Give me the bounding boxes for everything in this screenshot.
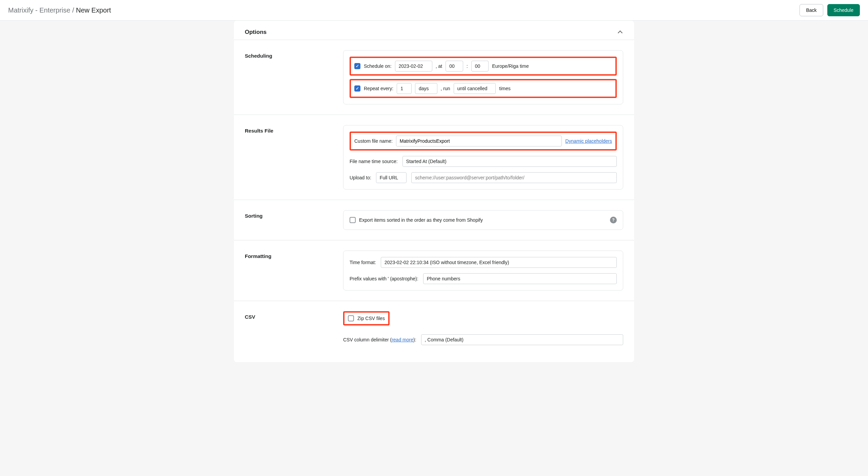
scheduling-card: Schedule on: 2023-02-02 , at 00 : 00 Eur… — [343, 50, 623, 104]
schedule-button[interactable]: Schedule — [827, 4, 860, 16]
delimiter-label: CSV column delimiter (read more): — [343, 337, 416, 342]
section-formatting: Formatting Time format: 2023-02-02 22:10… — [234, 240, 634, 301]
section-scheduling: Scheduling Schedule on: 2023-02-02 , at … — [234, 40, 634, 115]
back-button[interactable]: Back — [800, 4, 823, 16]
options-header: Options — [234, 29, 634, 40]
schedule-date-input[interactable]: 2023-02-02 — [395, 61, 432, 72]
schedule-on-checkbox[interactable] — [354, 63, 360, 69]
export-sorted-label: Export items sorted in the order as they… — [359, 217, 483, 223]
csv-title: CSV — [245, 311, 343, 345]
help-icon[interactable]: ? — [610, 217, 617, 223]
results-title: Results File — [245, 125, 343, 190]
repeat-value-select[interactable]: 1 — [397, 83, 412, 94]
csv-card: Zip CSV files CSV column delimiter (read… — [343, 311, 623, 345]
prefix-select[interactable]: Phone numbers — [423, 273, 617, 284]
dynamic-placeholders-link[interactable]: Dynamic placeholders — [565, 138, 612, 144]
times-label: times — [499, 86, 510, 91]
breadcrumb: Matrixify - Enterprise / New Export — [8, 6, 111, 14]
formatting-title: Formatting — [245, 251, 343, 291]
time-colon: : — [467, 63, 468, 69]
breadcrumb-current: New Export — [76, 6, 111, 14]
upload-type-select[interactable]: Full URL — [376, 172, 407, 183]
content-panel: Options Scheduling Schedule on: 2023-02-… — [234, 21, 634, 362]
custom-filename-label: Custom file name: — [354, 138, 393, 144]
results-card: Custom file name: Dynamic placeholders F… — [343, 125, 623, 190]
sorting-card: Export items sorted in the order as they… — [343, 210, 623, 230]
top-bar: Matrixify - Enterprise / New Export Back… — [0, 0, 868, 21]
options-title: Options — [245, 29, 267, 36]
custom-filename-input[interactable] — [396, 136, 562, 146]
minute-select[interactable]: 00 — [471, 61, 489, 72]
formatting-card: Time format: 2023-02-02 22:10:34 (ISO wi… — [343, 251, 623, 291]
run-until-select[interactable]: until cancelled — [454, 83, 496, 94]
time-format-select[interactable]: 2023-02-02 22:10:34 (ISO without timezon… — [381, 257, 617, 268]
chevron-up-icon[interactable] — [618, 30, 623, 35]
zip-csv-checkbox[interactable] — [348, 315, 354, 321]
export-sorted-checkbox[interactable] — [350, 217, 356, 223]
section-results-file: Results File Custom file name: Dynamic p… — [234, 115, 634, 200]
repeat-label: Repeat every: — [364, 86, 393, 91]
scheduling-title: Scheduling — [245, 50, 343, 104]
time-source-label: File name time source: — [350, 159, 398, 164]
custom-filename-row: Custom file name: Dynamic placeholders — [350, 132, 617, 151]
upload-url-input[interactable] — [411, 172, 617, 183]
run-label: , run — [441, 86, 450, 91]
schedule-on-row: Schedule on: 2023-02-02 , at 00 : 00 Eur… — [350, 57, 617, 76]
section-csv: CSV Zip CSV files CSV column delimiter (… — [234, 301, 634, 349]
zip-csv-label: Zip CSV files — [357, 316, 385, 321]
header-actions: Back Schedule — [800, 4, 860, 16]
repeat-checkbox[interactable] — [354, 85, 360, 92]
breadcrumb-separator: / — [70, 6, 76, 14]
breadcrumb-app[interactable]: Matrixify - Enterprise — [8, 6, 70, 14]
timezone-label: Europe/Riga time — [492, 63, 529, 69]
upload-to-label: Upload to: — [350, 175, 371, 180]
hour-select[interactable]: 00 — [446, 61, 463, 72]
section-sorting: Sorting Export items sorted in the order… — [234, 200, 634, 240]
time-format-label: Time format: — [350, 260, 376, 265]
repeat-row: Repeat every: 1 days , run until cancell… — [350, 79, 617, 98]
time-source-select[interactable]: Started At (Default) — [402, 156, 617, 167]
schedule-on-label: Schedule on: — [364, 63, 392, 69]
delimiter-select[interactable]: , Comma (Default) — [421, 334, 623, 345]
sorting-title: Sorting — [245, 210, 343, 230]
repeat-unit-select[interactable]: days — [415, 83, 437, 94]
prefix-label: Prefix values with ' (apostrophe): — [350, 276, 418, 281]
zip-csv-row: Zip CSV files — [343, 311, 390, 325]
at-label: , at — [436, 63, 442, 69]
read-more-link[interactable]: read more — [392, 337, 413, 342]
